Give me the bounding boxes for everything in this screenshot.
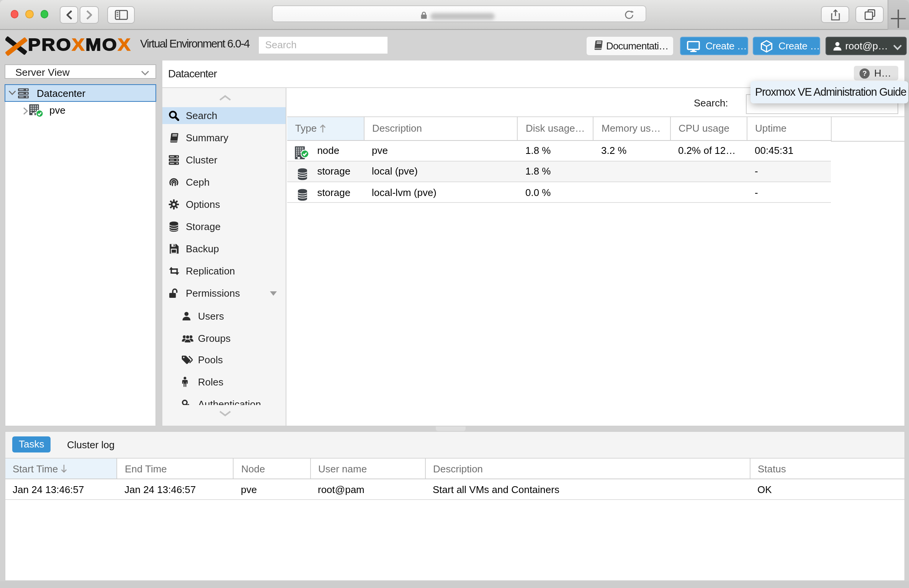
- svg-text:?: ?: [862, 69, 866, 77]
